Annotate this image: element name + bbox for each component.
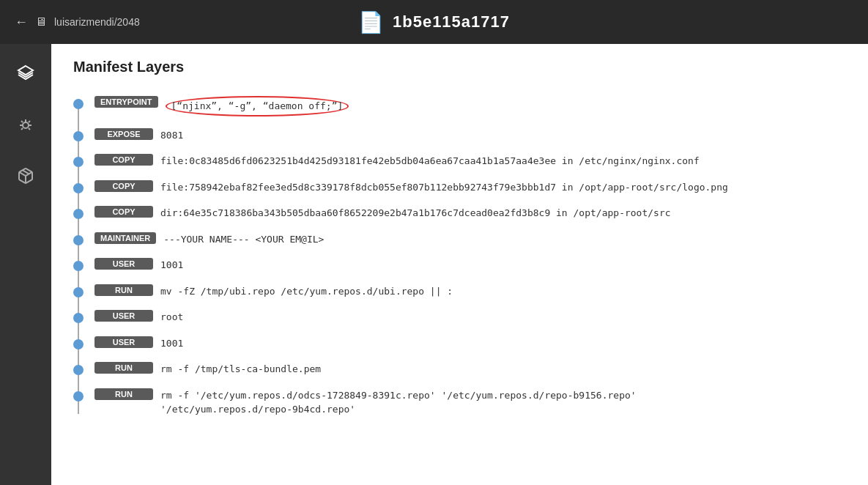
layer-badge: COPY	[94, 154, 153, 166]
breadcrumb-label: luisarizmendi/2048	[54, 16, 140, 28]
main-layout: Manifest Layers ENTRYPOINT[“njinx”, “-g”…	[0, 44, 868, 485]
file-icon: 📄	[358, 10, 384, 34]
layer-text: rm -f /tmp/tls-ca-bundle.pem	[160, 362, 321, 377]
layer-content: RUNrm -f '/etc/yum.repos.d/odcs-1728849-…	[94, 388, 637, 417]
layer-content: EXPOSE8081	[94, 128, 183, 143]
layer-badge: USER	[94, 336, 153, 348]
timeline-dot	[73, 131, 84, 141]
layer-content: COPYdir:64e35c718386ba343b505dbaa60f8652…	[94, 206, 671, 221]
layer-item: USER1001	[73, 330, 846, 357]
layer-text: 1001	[160, 258, 183, 273]
layer-badge: RUN	[94, 388, 153, 400]
sidebar	[0, 44, 51, 485]
layer-item: EXPOSE8081	[73, 122, 846, 149]
layer-item: RUNmv -fZ /tmp/ubi.repo /etc/yum.repos.d…	[73, 278, 846, 305]
highlight-circle: [“njinx”, “-g”, “daemon off;”]	[166, 96, 349, 116]
layer-text: file:0c83485d6fd0623251b4d425d93181fe42e…	[160, 154, 700, 169]
timeline-dot	[73, 209, 84, 219]
timeline-dot	[73, 99, 84, 109]
timeline-dot	[73, 313, 84, 323]
layer-content: RUNrm -f /tmp/tls-ca-bundle.pem	[94, 362, 321, 377]
layer-content: RUNmv -fZ /tmp/ubi.repo /etc/yum.repos.d…	[94, 284, 453, 299]
sidebar-icon-package[interactable]	[11, 161, 40, 190]
layer-text: 1001	[160, 336, 183, 351]
layer-item: USERroot	[73, 304, 846, 330]
layer-content: COPYfile:0c83485d6fd0623251b4d425d93181f…	[94, 154, 700, 169]
layer-item: COPYfile:0c83485d6fd0623251b4d425d93181f…	[73, 148, 846, 174]
back-button[interactable]: ← 🖥 luisarizmendi/2048	[15, 15, 140, 30]
svg-point-1	[23, 122, 29, 128]
back-arrow-icon: ←	[15, 15, 28, 30]
timeline-dot	[73, 339, 84, 349]
timeline-dot	[73, 235, 84, 245]
hard-drive-icon: 🖥	[35, 15, 47, 29]
sidebar-icon-bug[interactable]	[11, 110, 40, 139]
layer-text: dir:64e35c718386ba343b505dbaa60f8652209e…	[160, 206, 671, 221]
layers-container: ENTRYPOINT[“njinx”, “-g”, “daemon off;”]…	[73, 90, 846, 423]
layer-item: RUNrm -f '/etc/yum.repos.d/odcs-1728849-…	[73, 382, 846, 423]
layer-text: ---YOUR NAME--- <YOUR EM@IL>	[163, 232, 324, 247]
layer-badge: USER	[94, 258, 153, 270]
timeline-dot	[73, 261, 84, 271]
layer-content: MAINTAINER---YOUR NAME--- <YOUR EM@IL>	[94, 232, 324, 247]
timeline-dot	[73, 365, 84, 375]
layer-content: USER1001	[94, 336, 183, 351]
layer-content: USER1001	[94, 258, 183, 273]
header-center: 📄 1b5e115a1717	[358, 10, 510, 34]
timeline-dot	[73, 183, 84, 193]
content-title: Manifest Layers	[73, 59, 846, 75]
timeline-dot	[73, 391, 84, 401]
layer-text: mv -fZ /tmp/ubi.repo /etc/yum.repos.d/ub…	[160, 284, 453, 299]
layer-text: file:758942ebaf82fee3ed5d8c339178f8dcb05…	[160, 180, 728, 195]
content-area: Manifest Layers ENTRYPOINT[“njinx”, “-g”…	[51, 44, 868, 485]
layer-text: [“njinx”, “-g”, “daemon off;”]	[166, 96, 349, 116]
layer-item: COPYdir:64e35c718386ba343b505dbaa60f8652…	[73, 200, 846, 226]
layer-item: RUNrm -f /tmp/tls-ca-bundle.pem	[73, 356, 846, 382]
timeline-dot	[73, 157, 84, 167]
layer-badge: COPY	[94, 206, 153, 218]
layer-badge: MAINTAINER	[94, 232, 156, 244]
layer-text: rm -f '/etc/yum.repos.d/odcs-1728849-839…	[160, 388, 637, 417]
layer-text: 8081	[160, 128, 183, 143]
layer-item: USER1001	[73, 252, 846, 278]
layer-badge: COPY	[94, 180, 153, 192]
top-bar: ← 🖥 luisarizmendi/2048 📄 1b5e115a1717	[0, 0, 868, 44]
layer-badge: RUN	[94, 362, 153, 374]
layer-badge: USER	[94, 310, 153, 322]
layer-badge: RUN	[94, 284, 153, 296]
layer-item: COPYfile:758942ebaf82fee3ed5d8c339178f8d…	[73, 174, 846, 201]
page-title: 1b5e115a1717	[393, 12, 510, 32]
layer-item: ENTRYPOINT[“njinx”, “-g”, “daemon off;”]	[73, 90, 846, 122]
layer-badge: EXPOSE	[94, 128, 153, 140]
layer-content: COPYfile:758942ebaf82fee3ed5d8c339178f8d…	[94, 180, 728, 195]
sidebar-icon-layers[interactable]	[11, 59, 40, 88]
timeline-dot	[73, 287, 84, 297]
layer-item: MAINTAINER---YOUR NAME--- <YOUR EM@IL>	[73, 226, 846, 253]
layer-content: ENTRYPOINT[“njinx”, “-g”, “daemon off;”]	[94, 96, 349, 116]
layer-badge: ENTRYPOINT	[94, 96, 158, 108]
layer-content: USERroot	[94, 310, 183, 325]
layers-list: ENTRYPOINT[“njinx”, “-g”, “daemon off;”]…	[73, 90, 846, 423]
layer-text: root	[160, 310, 183, 325]
